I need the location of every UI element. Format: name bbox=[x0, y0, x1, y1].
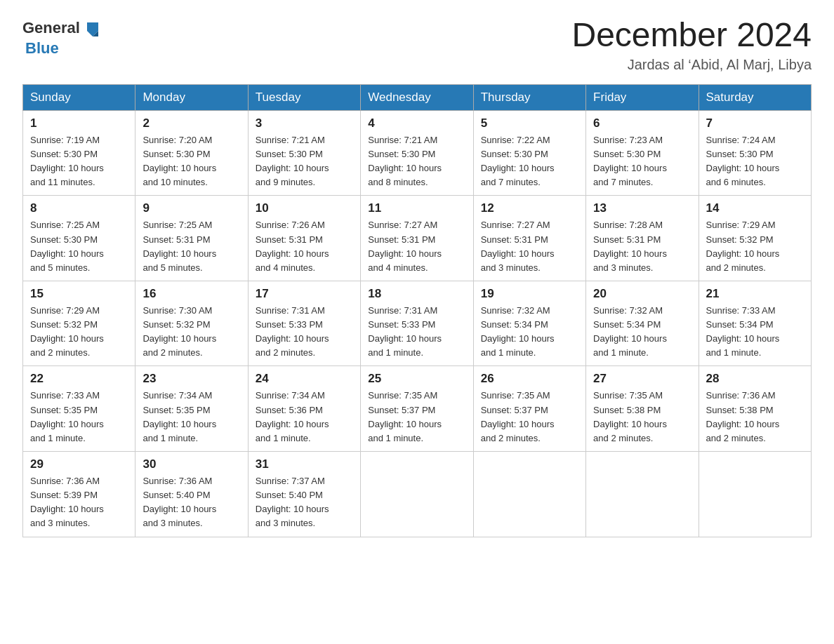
weekday-header-monday: Monday bbox=[135, 84, 248, 110]
day-info: Sunrise: 7:20 AMSunset: 5:30 PMDaylight:… bbox=[143, 135, 216, 187]
day-info: Sunrise: 7:33 AMSunset: 5:34 PMDaylight:… bbox=[706, 305, 780, 358]
day-cell: 11 Sunrise: 7:27 AMSunset: 5:31 PMDaylig… bbox=[361, 196, 473, 281]
weekday-header-tuesday: Tuesday bbox=[248, 84, 360, 110]
day-number: 26 bbox=[481, 372, 578, 386]
day-number: 21 bbox=[706, 287, 804, 301]
day-number: 14 bbox=[706, 201, 804, 215]
day-info: Sunrise: 7:36 AMSunset: 5:39 PMDaylight:… bbox=[30, 476, 104, 528]
day-number: 10 bbox=[256, 201, 353, 215]
day-cell: 30 Sunrise: 7:36 AMSunset: 5:40 PMDaylig… bbox=[135, 452, 248, 537]
day-number: 7 bbox=[706, 116, 804, 130]
day-info: Sunrise: 7:28 AMSunset: 5:31 PMDaylight:… bbox=[593, 220, 667, 272]
day-info: Sunrise: 7:36 AMSunset: 5:38 PMDaylight:… bbox=[706, 390, 780, 443]
page-header: General Blue December 2024 Jardas al ‘Ab… bbox=[22, 17, 812, 73]
day-info: Sunrise: 7:33 AMSunset: 5:35 PMDaylight:… bbox=[30, 390, 104, 443]
day-number: 16 bbox=[143, 287, 240, 301]
weekday-header-wednesday: Wednesday bbox=[361, 84, 473, 110]
day-cell bbox=[473, 452, 585, 537]
day-info: Sunrise: 7:26 AMSunset: 5:31 PMDaylight:… bbox=[256, 220, 329, 272]
day-cell: 31 Sunrise: 7:37 AMSunset: 5:40 PMDaylig… bbox=[248, 452, 360, 537]
day-cell: 29 Sunrise: 7:36 AMSunset: 5:39 PMDaylig… bbox=[23, 452, 135, 537]
day-info: Sunrise: 7:35 AMSunset: 5:37 PMDaylight:… bbox=[368, 390, 442, 443]
week-row-1: 1 Sunrise: 7:19 AMSunset: 5:30 PMDayligh… bbox=[23, 110, 812, 196]
day-number: 8 bbox=[30, 201, 128, 215]
day-info: Sunrise: 7:34 AMSunset: 5:36 PMDaylight:… bbox=[256, 390, 329, 443]
day-number: 27 bbox=[593, 372, 691, 386]
day-info: Sunrise: 7:21 AMSunset: 5:30 PMDaylight:… bbox=[368, 135, 442, 187]
week-row-4: 22 Sunrise: 7:33 AMSunset: 5:35 PMDaylig… bbox=[23, 366, 812, 452]
day-cell: 28 Sunrise: 7:36 AMSunset: 5:38 PMDaylig… bbox=[699, 366, 811, 452]
day-number: 2 bbox=[143, 116, 240, 130]
weekday-header-friday: Friday bbox=[586, 84, 699, 110]
day-info: Sunrise: 7:25 AMSunset: 5:31 PMDaylight:… bbox=[143, 220, 216, 272]
day-cell: 26 Sunrise: 7:35 AMSunset: 5:37 PMDaylig… bbox=[473, 366, 585, 452]
day-info: Sunrise: 7:31 AMSunset: 5:33 PMDaylight:… bbox=[368, 305, 442, 358]
day-cell: 17 Sunrise: 7:31 AMSunset: 5:33 PMDaylig… bbox=[248, 281, 360, 366]
day-info: Sunrise: 7:37 AMSunset: 5:40 PMDaylight:… bbox=[256, 476, 329, 528]
day-number: 28 bbox=[706, 372, 804, 386]
day-cell: 23 Sunrise: 7:34 AMSunset: 5:35 PMDaylig… bbox=[135, 366, 248, 452]
day-info: Sunrise: 7:34 AMSunset: 5:35 PMDaylight:… bbox=[143, 390, 216, 443]
day-info: Sunrise: 7:35 AMSunset: 5:38 PMDaylight:… bbox=[593, 390, 667, 443]
logo-general-text: General bbox=[22, 19, 80, 37]
day-info: Sunrise: 7:32 AMSunset: 5:34 PMDaylight:… bbox=[481, 305, 555, 358]
day-cell: 6 Sunrise: 7:23 AMSunset: 5:30 PMDayligh… bbox=[586, 110, 699, 196]
day-number: 17 bbox=[256, 287, 353, 301]
calendar-table: SundayMondayTuesdayWednesdayThursdayFrid… bbox=[22, 84, 812, 537]
title-block: December 2024 Jardas al ‘Abid, Al Marj, … bbox=[571, 17, 812, 73]
day-cell: 7 Sunrise: 7:24 AMSunset: 5:30 PMDayligh… bbox=[699, 110, 811, 196]
day-cell: 5 Sunrise: 7:22 AMSunset: 5:30 PMDayligh… bbox=[473, 110, 585, 196]
logo-blue-text: Blue bbox=[25, 39, 59, 57]
day-number: 12 bbox=[481, 201, 578, 215]
day-number: 9 bbox=[143, 201, 240, 215]
day-cell: 1 Sunrise: 7:19 AMSunset: 5:30 PMDayligh… bbox=[23, 110, 135, 196]
day-info: Sunrise: 7:29 AMSunset: 5:32 PMDaylight:… bbox=[30, 305, 104, 358]
day-cell bbox=[586, 452, 699, 537]
day-info: Sunrise: 7:24 AMSunset: 5:30 PMDaylight:… bbox=[706, 135, 780, 187]
day-number: 22 bbox=[30, 372, 128, 386]
day-number: 23 bbox=[143, 372, 240, 386]
week-row-3: 15 Sunrise: 7:29 AMSunset: 5:32 PMDaylig… bbox=[23, 281, 812, 366]
day-cell bbox=[361, 452, 473, 537]
day-cell: 15 Sunrise: 7:29 AMSunset: 5:32 PMDaylig… bbox=[23, 281, 135, 366]
week-row-2: 8 Sunrise: 7:25 AMSunset: 5:30 PMDayligh… bbox=[23, 196, 812, 281]
day-cell: 21 Sunrise: 7:33 AMSunset: 5:34 PMDaylig… bbox=[699, 281, 811, 366]
day-cell: 10 Sunrise: 7:26 AMSunset: 5:31 PMDaylig… bbox=[248, 196, 360, 281]
day-number: 11 bbox=[368, 201, 465, 215]
day-cell: 24 Sunrise: 7:34 AMSunset: 5:36 PMDaylig… bbox=[248, 366, 360, 452]
day-number: 15 bbox=[30, 287, 128, 301]
day-cell: 20 Sunrise: 7:32 AMSunset: 5:34 PMDaylig… bbox=[586, 281, 699, 366]
day-number: 30 bbox=[143, 457, 240, 471]
day-info: Sunrise: 7:27 AMSunset: 5:31 PMDaylight:… bbox=[368, 220, 442, 272]
day-cell: 13 Sunrise: 7:28 AMSunset: 5:31 PMDaylig… bbox=[586, 196, 699, 281]
day-info: Sunrise: 7:21 AMSunset: 5:30 PMDaylight:… bbox=[256, 135, 329, 187]
day-info: Sunrise: 7:27 AMSunset: 5:31 PMDaylight:… bbox=[481, 220, 555, 272]
day-number: 1 bbox=[30, 116, 128, 130]
day-cell: 2 Sunrise: 7:20 AMSunset: 5:30 PMDayligh… bbox=[135, 110, 248, 196]
day-cell: 4 Sunrise: 7:21 AMSunset: 5:30 PMDayligh… bbox=[361, 110, 473, 196]
day-number: 20 bbox=[593, 287, 691, 301]
day-info: Sunrise: 7:22 AMSunset: 5:30 PMDaylight:… bbox=[481, 135, 555, 187]
day-cell: 27 Sunrise: 7:35 AMSunset: 5:38 PMDaylig… bbox=[586, 366, 699, 452]
day-cell: 22 Sunrise: 7:33 AMSunset: 5:35 PMDaylig… bbox=[23, 366, 135, 452]
day-info: Sunrise: 7:29 AMSunset: 5:32 PMDaylight:… bbox=[706, 220, 780, 272]
weekday-header-row: SundayMondayTuesdayWednesdayThursdayFrid… bbox=[23, 84, 812, 110]
day-cell: 16 Sunrise: 7:30 AMSunset: 5:32 PMDaylig… bbox=[135, 281, 248, 366]
day-info: Sunrise: 7:35 AMSunset: 5:37 PMDaylight:… bbox=[481, 390, 555, 443]
day-info: Sunrise: 7:30 AMSunset: 5:32 PMDaylight:… bbox=[143, 305, 216, 358]
day-number: 25 bbox=[368, 372, 465, 386]
day-cell: 12 Sunrise: 7:27 AMSunset: 5:31 PMDaylig… bbox=[473, 196, 585, 281]
logo: General Blue bbox=[22, 17, 105, 58]
week-row-5: 29 Sunrise: 7:36 AMSunset: 5:39 PMDaylig… bbox=[23, 452, 812, 537]
weekday-header-saturday: Saturday bbox=[699, 84, 811, 110]
day-number: 24 bbox=[256, 372, 353, 386]
weekday-header-thursday: Thursday bbox=[473, 84, 585, 110]
day-number: 6 bbox=[593, 116, 691, 130]
day-cell: 8 Sunrise: 7:25 AMSunset: 5:30 PMDayligh… bbox=[23, 196, 135, 281]
logo-icon bbox=[81, 17, 104, 39]
day-cell: 19 Sunrise: 7:32 AMSunset: 5:34 PMDaylig… bbox=[473, 281, 585, 366]
day-number: 31 bbox=[256, 457, 353, 471]
day-info: Sunrise: 7:25 AMSunset: 5:30 PMDaylight:… bbox=[30, 220, 104, 272]
day-number: 13 bbox=[593, 201, 691, 215]
day-info: Sunrise: 7:31 AMSunset: 5:33 PMDaylight:… bbox=[256, 305, 329, 358]
